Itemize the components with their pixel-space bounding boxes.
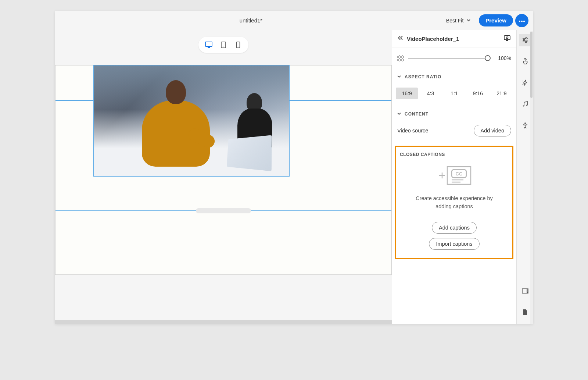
canvas[interactable]: [55, 30, 392, 324]
closed-captions-message: Create accessible experience by adding c…: [400, 195, 509, 211]
sliders-icon: [522, 37, 528, 43]
closed-captions-section: CLOSED CAPTIONS CC Create accessible exp…: [395, 146, 513, 259]
ellipsis-icon: [519, 17, 525, 24]
device-tablet-button[interactable]: [217, 39, 230, 51]
collapse-panel-button[interactable]: [397, 35, 403, 42]
video-source-label: Video source: [397, 128, 428, 134]
more-options-button[interactable]: [515, 14, 528, 27]
chevron-down-icon: [397, 111, 401, 117]
opacity-control: 100%: [392, 47, 516, 69]
tablet-icon: [220, 42, 226, 48]
video-placeholder[interactable]: [94, 65, 289, 176]
svg-point-23: [523, 106, 524, 107]
filmstrip-icon: [522, 288, 528, 294]
svg-point-22: [525, 41, 527, 43]
device-mobile-button[interactable]: [232, 39, 245, 51]
vertical-scrollbar[interactable]: [530, 31, 533, 324]
svg-point-1: [521, 21, 523, 22]
svg-rect-3: [205, 42, 212, 46]
add-captions-button[interactable]: Add captions: [432, 222, 477, 234]
content-label: CONTENT: [405, 111, 429, 117]
accessibility-tab[interactable]: [519, 119, 531, 132]
zoom-dropdown[interactable]: Best Fit: [442, 15, 474, 26]
audio-tab[interactable]: [519, 98, 531, 110]
aspect-21-9[interactable]: 21:9: [491, 88, 513, 99]
svg-rect-8: [504, 36, 510, 40]
svg-point-25: [524, 122, 526, 124]
slide[interactable]: [55, 65, 392, 275]
properties-panel: VideoPlaceholder_1 100% ASPECT RATIO: [392, 30, 517, 324]
svg-point-0: [519, 21, 520, 22]
chevron-down-icon: [466, 18, 471, 24]
aspect-ratio-label: ASPECT RATIO: [405, 74, 441, 79]
lightning-icon: [522, 79, 528, 86]
svg-point-20: [523, 39, 525, 41]
content-section: CONTENT Video source Add video: [392, 106, 516, 144]
zoom-value: Best Fit: [446, 18, 463, 24]
mobile-icon: [236, 42, 240, 48]
document-title: untitled1*: [60, 17, 442, 24]
aspect-ratio-toggle[interactable]: ASPECT RATIO: [392, 69, 516, 85]
visibility-icon: [503, 35, 511, 41]
aspect-16-9[interactable]: 16:9: [396, 88, 418, 99]
desktop-icon: [205, 42, 212, 48]
interactions-tab[interactable]: [519, 55, 531, 68]
chevron-left-double-icon: [397, 35, 403, 40]
opacity-value: 100%: [495, 55, 511, 61]
svg-point-24: [526, 105, 527, 106]
properties-header: VideoPlaceholder_1: [392, 30, 516, 47]
notes-tab[interactable]: [519, 306, 531, 319]
properties-tab[interactable]: [519, 34, 531, 46]
closed-captions-title: CLOSED CAPTIONS: [400, 152, 509, 157]
video-thumbnail: [94, 65, 289, 176]
aspect-1-1[interactable]: 1:1: [443, 88, 465, 99]
aspect-ratio-section: ASPECT RATIO 16:9 4:3 1:1 9:16 21:9: [392, 69, 516, 106]
chevron-down-icon: [397, 74, 401, 79]
import-captions-button[interactable]: Import captions: [429, 238, 479, 250]
filmstrip-tab[interactable]: [519, 285, 531, 297]
resize-handle[interactable]: [196, 208, 251, 213]
touch-icon: [522, 58, 528, 65]
svg-point-7: [238, 47, 238, 47]
main-area: VideoPlaceholder_1 100% ASPECT RATIO: [55, 30, 533, 324]
preview-button[interactable]: Preview: [479, 14, 513, 26]
opacity-slider[interactable]: [408, 58, 491, 58]
device-desktop-button[interactable]: [202, 39, 215, 51]
svg-point-5: [223, 47, 224, 47]
animations-tab[interactable]: [519, 77, 531, 89]
device-switcher: [198, 37, 248, 53]
content-toggle[interactable]: CONTENT: [392, 106, 516, 122]
document-icon: [523, 309, 528, 316]
slider-thumb[interactable]: [485, 55, 491, 61]
accessibility-icon: [522, 122, 528, 129]
svg-point-2: [523, 21, 525, 22]
horizontal-scrollbar[interactable]: [55, 320, 392, 324]
closed-captions-icon: CC: [437, 164, 472, 187]
app-window: untitled1* Best Fit Preview: [55, 11, 533, 324]
svg-text:CC: CC: [456, 171, 463, 177]
top-bar: untitled1* Best Fit Preview: [55, 11, 533, 30]
svg-point-9: [506, 37, 508, 39]
video-source-row: Video source Add video: [392, 122, 516, 144]
aspect-ratio-options: 16:9 4:3 1:1 9:16 21:9: [392, 85, 516, 106]
visibility-toggle[interactable]: [503, 35, 511, 43]
aspect-9-16[interactable]: 9:16: [467, 88, 489, 99]
selected-object-name: VideoPlaceholder_1: [407, 36, 499, 42]
transparency-icon: [397, 55, 404, 61]
svg-point-18: [526, 38, 527, 39]
add-video-button[interactable]: Add video: [474, 125, 512, 136]
aspect-4-3[interactable]: 4:3: [419, 88, 441, 99]
music-icon: [522, 101, 528, 107]
